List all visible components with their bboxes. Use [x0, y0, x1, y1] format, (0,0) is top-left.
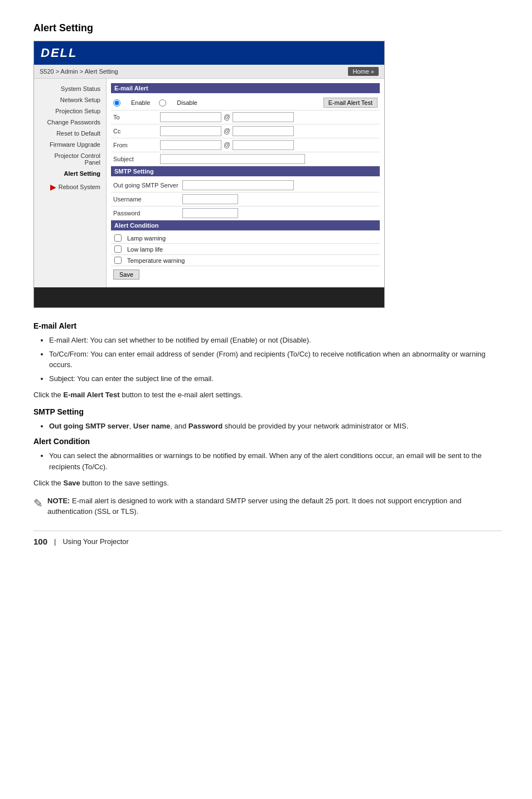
dell-logo: DELL	[41, 46, 378, 60]
subject-row: Subject	[111, 152, 380, 166]
disable-label: Disable	[177, 99, 197, 106]
email-alert-test-bold: E-mail Alert Test	[63, 391, 119, 399]
to-label: To	[113, 114, 158, 121]
sidebar-item-network-setup[interactable]: Network Setup	[34, 94, 106, 105]
cc-row: Cc @	[111, 124, 380, 138]
from-input[interactable]	[160, 140, 221, 150]
cc-label: Cc	[113, 128, 158, 134]
cc-at-sign: @	[224, 127, 230, 135]
lamp-warning-checkbox[interactable]	[114, 234, 122, 242]
smtp-server-row: Out going SMTP Server	[111, 179, 380, 192]
disable-radio[interactable]	[159, 99, 166, 107]
to-domain-input[interactable]	[233, 112, 294, 122]
note-text: NOTE: E-mail alert is designed to work w…	[47, 495, 502, 517]
breadcrumb-bar: S520 > Admin > Alert Setting Home »	[34, 65, 384, 79]
email-alert-bullets: E-mail Alert: You can set whether to be …	[49, 335, 502, 384]
save-note: Click the Save button to the save settin…	[33, 478, 502, 489]
smtp-server-label: Out going SMTP Server	[113, 182, 180, 189]
bullet-item: E-mail Alert: You can set whether to be …	[49, 335, 502, 346]
page-title: Alert Setting	[33, 22, 499, 34]
page-footer: 100 | Using Your Projector	[33, 531, 502, 546]
low-lamp-row: Low lamp life	[111, 244, 380, 255]
subject-label: Subject	[113, 156, 158, 162]
reboot-label: Reboot System	[59, 184, 100, 190]
smtp-server-input[interactable]	[182, 180, 294, 190]
cc-input[interactable]	[160, 126, 221, 136]
note-icon: ✎	[33, 497, 43, 510]
smtp-section-header: SMTP Setting	[111, 166, 380, 176]
sidebar-item-reboot[interactable]: ▶ Reboot System	[34, 179, 106, 195]
enable-label: Enable	[131, 99, 150, 106]
page-number: 100	[33, 537, 47, 546]
smtp-bold-username: User name	[133, 422, 170, 430]
save-bold: Save	[63, 479, 80, 487]
smtp-password-input[interactable]	[182, 208, 238, 218]
note-body: E-mail alert is designed to work with a …	[47, 497, 462, 516]
bullet-item: To/Cc/From: You can enter email address …	[49, 349, 502, 370]
email-alert-desc-title: E-mail Alert	[33, 321, 502, 330]
breadcrumb: S520 > Admin > Alert Setting	[40, 68, 118, 75]
to-at-sign: @	[224, 113, 230, 121]
enable-radio[interactable]	[113, 99, 120, 107]
sidebar-item-reset-to-default[interactable]: Reset to Default	[34, 128, 106, 139]
dark-footer	[34, 287, 384, 307]
smtp-bold-password: Password	[188, 422, 223, 430]
smtp-username-input[interactable]	[182, 194, 238, 204]
from-label: From	[113, 142, 158, 148]
sidebar-item-projector-control-panel[interactable]: Projector Control Panel	[34, 150, 106, 168]
bullet-item: You can select the abnormalities or warn…	[49, 450, 502, 472]
main-content: E-mail Alert Enable Disable E-mail Alert…	[107, 79, 384, 287]
temp-warning-label: Temperature warning	[127, 257, 185, 264]
to-input[interactable]	[160, 112, 221, 122]
cc-domain-input[interactable]	[233, 126, 294, 136]
save-button[interactable]: Save	[113, 269, 139, 280]
email-alert-section-header: E-mail Alert	[111, 83, 380, 93]
sidebar-item-alert-setting[interactable]: Alert Setting	[34, 168, 106, 179]
dell-panel: DELL S520 > Admin > Alert Setting Home »…	[33, 41, 385, 308]
low-lamp-checkbox[interactable]	[114, 246, 122, 253]
save-row: Save	[111, 266, 380, 283]
alert-condition-section-header: Alert Condition	[111, 220, 380, 230]
dell-header: DELL	[34, 41, 384, 65]
smtp-password-row: Password	[111, 206, 380, 220]
enable-disable-row: Enable Disable E-mail Alert Test	[111, 95, 380, 110]
low-lamp-label: Low lamp life	[127, 246, 163, 253]
bullet-item: Out going SMTP server, User name, and Pa…	[49, 421, 502, 432]
from-at-sign: @	[224, 141, 230, 149]
note-label: NOTE:	[47, 497, 70, 505]
lamp-warning-row: Lamp warning	[111, 233, 380, 244]
email-alert-test-button[interactable]: E-mail Alert Test	[323, 98, 378, 108]
smtp-username-row: Username	[111, 192, 380, 206]
sidebar-item-projection-setup[interactable]: Projection Setup	[34, 105, 106, 117]
page-footer-text: Using Your Projector	[62, 537, 129, 546]
alert-cond-bullets: You can select the abnormalities or warn…	[49, 450, 502, 472]
dell-body: System Status Network Setup Projection S…	[34, 79, 384, 287]
from-row: From @	[111, 138, 380, 152]
email-click-note: Click the E-mail Alert Test button to te…	[33, 389, 502, 401]
sidebar-item-change-passwords[interactable]: Change Passwords	[34, 117, 106, 128]
smtp-bullets: Out going SMTP server, User name, and Pa…	[49, 421, 502, 432]
smtp-bold-server: Out going SMTP server	[49, 422, 129, 430]
home-button[interactable]: Home »	[348, 67, 379, 76]
smtp-desc-title: SMTP Setting	[33, 407, 502, 416]
smtp-password-label: Password	[113, 210, 180, 216]
to-row: To @	[111, 110, 380, 124]
sidebar-item-system-status[interactable]: System Status	[34, 83, 106, 94]
bullet-item: Subject: You can enter the subject line …	[49, 373, 502, 384]
description-section: E-mail Alert E-mail Alert: You can set w…	[33, 321, 502, 546]
lamp-warning-label: Lamp warning	[127, 235, 166, 242]
sidebar: System Status Network Setup Projection S…	[34, 79, 107, 287]
temp-warning-checkbox[interactable]	[114, 257, 122, 264]
reboot-icon: ▶	[50, 182, 56, 191]
subject-input[interactable]	[160, 154, 305, 164]
temp-warning-row: Temperature warning	[111, 255, 380, 266]
alert-cond-desc-title: Alert Condition	[33, 437, 502, 446]
separator: |	[54, 537, 56, 546]
note-box: ✎ NOTE: E-mail alert is designed to work…	[33, 495, 502, 517]
sidebar-item-firmware-upgrade[interactable]: Firmware Upgrade	[34, 139, 106, 150]
from-domain-input[interactable]	[233, 140, 294, 150]
smtp-username-label: Username	[113, 196, 180, 203]
